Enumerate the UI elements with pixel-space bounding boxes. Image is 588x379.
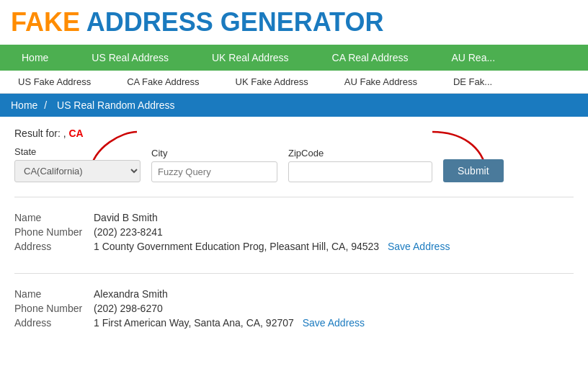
breadcrumb-home[interactable]: Home	[11, 99, 37, 111]
submit-button[interactable]: Submit	[443, 159, 504, 182]
result-row-address-1: Address 1 County Government Education Pr…	[14, 241, 574, 252]
state-select[interactable]: CA(California)	[14, 160, 141, 182]
nav-de-fake[interactable]: DE Fak...	[435, 71, 510, 93]
city-input[interactable]	[151, 161, 277, 182]
breadcrumb-bar: Home / US Real Random Address	[0, 94, 588, 117]
zipcode-input[interactable]	[288, 161, 432, 182]
state-group: State CA(California)	[14, 146, 141, 182]
nav-ca-real[interactable]: CA Real Address	[311, 45, 430, 71]
state-label: State	[14, 146, 141, 157]
address-value-1: 1 County Government Education Prog, Plea…	[94, 241, 450, 252]
result-row-phone-1: Phone Number (202) 223-8241	[14, 226, 574, 238]
nav-ca-fake[interactable]: CA Fake Address	[109, 71, 217, 93]
site-title: FAKE ADDRESS GENERATOR	[11, 7, 577, 37]
city-label: City	[151, 148, 277, 159]
save-address-link-1[interactable]: Save Address	[388, 241, 450, 252]
result-for-value: CA	[68, 128, 83, 139]
form-row: State CA(California) City ZipCode Submit	[14, 146, 574, 182]
phone-value-2: (202) 298-6270	[94, 303, 163, 314]
site-header: FAKE ADDRESS GENERATOR	[0, 0, 588, 45]
primary-nav: Home US Real Address UK Real Address CA …	[0, 45, 588, 71]
zipcode-group: ZipCode	[288, 148, 432, 182]
main-content: Result for: , CA State	[0, 117, 588, 353]
result-row-name-2: Name Alexandra Smith	[14, 288, 574, 300]
title-rest: ADDRESS GENERATOR	[86, 7, 384, 37]
nav-us-fake[interactable]: US Fake Address	[0, 71, 109, 93]
name-label-1: Name	[14, 212, 94, 223]
result-row-phone-2: Phone Number (202) 298-6270	[14, 303, 574, 314]
nav-us-real[interactable]: US Real Address	[70, 45, 190, 71]
result-row-address-2: Address 1 First American Way, Santa Ana,…	[14, 317, 574, 329]
city-group: City	[151, 148, 277, 182]
nav-au-real[interactable]: AU Rea...	[429, 45, 517, 71]
divider-2	[14, 273, 574, 274]
result-for-label: Result for: ,	[14, 128, 66, 139]
save-address-link-2[interactable]: Save Address	[303, 317, 365, 329]
breadcrumb-separator: /	[44, 99, 47, 111]
address-value-2: 1 First American Way, Santa Ana, CA, 927…	[94, 317, 365, 329]
phone-value-1: (202) 223-8241	[94, 226, 163, 238]
zipcode-label: ZipCode	[288, 148, 432, 159]
phone-label-1: Phone Number	[14, 226, 94, 238]
nav-uk-fake[interactable]: UK Fake Address	[218, 71, 326, 93]
address-text-1: 1 County Government Education Prog, Plea…	[94, 241, 379, 252]
result-for: Result for: , CA	[14, 128, 574, 139]
nav-uk-real[interactable]: UK Real Address	[190, 45, 311, 71]
result-row-name-1: Name David B Smith	[14, 212, 574, 223]
name-value-1: David B Smith	[94, 212, 158, 223]
result-block-1: Name David B Smith Phone Number (202) 22…	[14, 205, 574, 266]
name-value-2: Alexandra Smith	[94, 288, 168, 300]
name-label-2: Name	[14, 288, 94, 300]
nav-au-fake[interactable]: AU Fake Address	[326, 71, 435, 93]
breadcrumb-current: US Real Random Address	[57, 99, 174, 111]
title-fake: FAKE	[11, 7, 80, 37]
divider-1	[14, 197, 574, 197]
nav-home[interactable]: Home	[0, 45, 70, 71]
address-text-2: 1 First American Way, Santa Ana, CA, 927…	[94, 317, 294, 329]
result-block-2: Name Alexandra Smith Phone Number (202) …	[14, 281, 574, 342]
secondary-nav: US Fake Address CA Fake Address UK Fake …	[0, 71, 588, 94]
address-label-2: Address	[14, 317, 94, 329]
phone-label-2: Phone Number	[14, 303, 94, 314]
address-label-1: Address	[14, 241, 94, 252]
